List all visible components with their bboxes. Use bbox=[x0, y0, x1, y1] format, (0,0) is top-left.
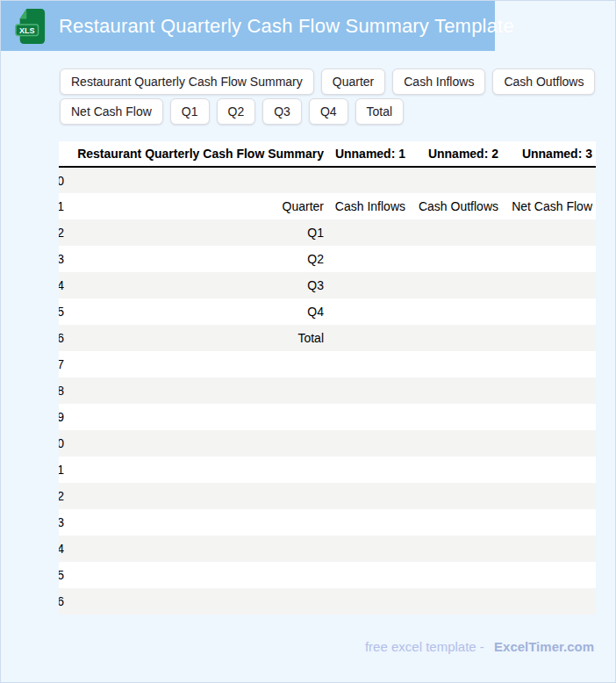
table-cell bbox=[327, 298, 409, 325]
table-cell bbox=[502, 483, 596, 509]
keyword-chip[interactable]: Q4 bbox=[309, 98, 348, 125]
table-cell bbox=[327, 377, 409, 404]
column-header: Restaurant Quarterly Cash Flow Summary bbox=[64, 141, 327, 167]
table-row: 0 bbox=[59, 167, 596, 193]
table-cell bbox=[409, 483, 502, 509]
table-cell bbox=[502, 509, 596, 536]
keyword-chip[interactable]: Cash Outflows bbox=[492, 68, 595, 95]
footer: free excel template - ExcelTimer.com bbox=[365, 639, 594, 654]
table-cell bbox=[502, 272, 596, 298]
table-row: 9 bbox=[59, 404, 596, 430]
table-row: 8 bbox=[59, 377, 596, 404]
table-cell bbox=[327, 483, 409, 509]
data-table: Restaurant Quarterly Cash Flow SummaryUn… bbox=[59, 141, 596, 615]
keyword-chip[interactable]: Total bbox=[355, 98, 405, 125]
keyword-chip[interactable]: Restaurant Quarterly Cash Flow Summary bbox=[60, 68, 314, 95]
table-cell bbox=[409, 457, 502, 483]
table-cell bbox=[502, 325, 596, 351]
table-cell bbox=[64, 430, 327, 457]
table-cell bbox=[327, 509, 409, 536]
table-cell bbox=[502, 430, 596, 457]
table-cell bbox=[327, 325, 409, 351]
table-body: 01QuarterCash InflowsCash OutflowsNet Ca… bbox=[59, 167, 596, 615]
column-header: Unnamed: 3 bbox=[502, 141, 596, 167]
table-cell bbox=[409, 219, 502, 246]
table-cell bbox=[502, 377, 596, 404]
table-cell: Q3 bbox=[64, 272, 327, 298]
table-cell bbox=[502, 588, 596, 615]
table-row: 11 bbox=[59, 457, 596, 483]
page-title: Restaurant Quarterly Cash Flow Summary T… bbox=[59, 15, 514, 38]
table-cell bbox=[327, 562, 409, 588]
table-row: 4Q3 bbox=[59, 272, 596, 298]
keyword-chip[interactable]: Q2 bbox=[217, 98, 256, 125]
keyword-chip[interactable]: Cash Inflows bbox=[392, 68, 485, 95]
table-row: 13 bbox=[59, 509, 596, 536]
table-row: 6Total bbox=[59, 325, 596, 351]
table-cell bbox=[409, 509, 502, 536]
table-row: 10 bbox=[59, 430, 596, 457]
table-cell bbox=[409, 167, 502, 193]
table-cell bbox=[64, 377, 327, 404]
table-cell: Total bbox=[64, 325, 327, 351]
table-cell bbox=[409, 246, 502, 272]
table-cell bbox=[327, 219, 409, 246]
table-cell: Q1 bbox=[64, 219, 327, 246]
table-row: 12 bbox=[59, 483, 596, 509]
column-header: Unnamed: 1 bbox=[327, 141, 409, 167]
table-cell bbox=[327, 536, 409, 562]
table-cell bbox=[409, 298, 502, 325]
table-row: 5Q4 bbox=[59, 298, 596, 325]
table-cell bbox=[502, 298, 596, 325]
table-header-row: Restaurant Quarterly Cash Flow SummaryUn… bbox=[59, 141, 596, 167]
keyword-chip[interactable]: Q1 bbox=[170, 98, 210, 125]
table-cell bbox=[327, 167, 409, 193]
table-cell bbox=[409, 272, 502, 298]
table-cell bbox=[64, 167, 327, 193]
table-cell bbox=[327, 588, 409, 615]
table-cell bbox=[327, 246, 409, 272]
table-cell bbox=[502, 219, 596, 246]
table-cell: Cash Inflows bbox=[327, 193, 409, 219]
keyword-chip-list: Restaurant Quarterly Cash Flow SummaryQu… bbox=[60, 68, 602, 125]
table-cell: Cash Outflows bbox=[409, 193, 502, 219]
footer-text: free excel template - bbox=[365, 639, 484, 654]
column-header: Unnamed: 2 bbox=[409, 141, 502, 167]
table-cell bbox=[64, 351, 327, 377]
table-cell bbox=[502, 457, 596, 483]
data-table-container: Restaurant Quarterly Cash Flow SummaryUn… bbox=[59, 141, 596, 618]
table-row: 2Q1 bbox=[59, 219, 596, 246]
keyword-chip[interactable]: Net Cash Flow bbox=[60, 98, 163, 125]
table-cell bbox=[409, 404, 502, 430]
table-cell bbox=[327, 430, 409, 457]
table-row: 16 bbox=[59, 588, 596, 615]
table-cell bbox=[409, 351, 502, 377]
table-cell bbox=[502, 536, 596, 562]
footer-brand-link[interactable]: ExcelTimer.com bbox=[494, 639, 594, 654]
table-cell bbox=[64, 536, 327, 562]
table-cell bbox=[64, 562, 327, 588]
app-header: XLS Restaurant Quarterly Cash Flow Summa… bbox=[1, 1, 495, 51]
table-cell bbox=[327, 272, 409, 298]
table-cell bbox=[502, 167, 596, 193]
table-cell bbox=[327, 404, 409, 430]
xls-icon-label: XLS bbox=[19, 25, 35, 34]
table-row: 14 bbox=[59, 536, 596, 562]
table-cell bbox=[409, 562, 502, 588]
table-cell: Q4 bbox=[64, 298, 327, 325]
table-cell bbox=[409, 536, 502, 562]
table-cell bbox=[502, 562, 596, 588]
table-cell bbox=[502, 246, 596, 272]
table-cell bbox=[409, 325, 502, 351]
table-cell bbox=[502, 404, 596, 430]
table-cell bbox=[64, 509, 327, 536]
keyword-chip[interactable]: Q3 bbox=[262, 98, 302, 125]
table-cell bbox=[64, 457, 327, 483]
keyword-chip[interactable]: Quarter bbox=[321, 68, 385, 95]
table-cell bbox=[409, 588, 502, 615]
table-row: 7 bbox=[59, 351, 596, 377]
table-cell bbox=[502, 351, 596, 377]
page: { "header": { "title": "Restaurant Quart… bbox=[0, 0, 616, 683]
table-cell: Q2 bbox=[64, 246, 327, 272]
table-cell bbox=[409, 377, 502, 404]
